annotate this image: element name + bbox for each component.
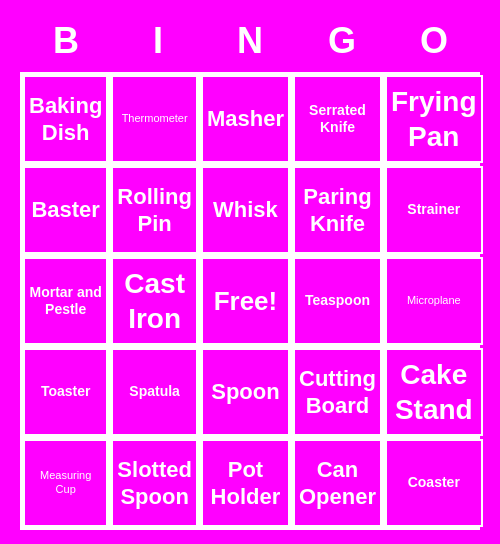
bingo-cell: Microplane [385,257,483,345]
header-letter: B [20,14,112,68]
header-letter: O [388,14,480,68]
bingo-cell: Free! [201,257,290,345]
bingo-cell: Cake Stand [385,348,483,436]
bingo-cell: Coaster [385,439,483,527]
bingo-header: BINGO [20,14,480,68]
bingo-cell: Spoon [201,348,290,436]
bingo-cell: Measuring Cup [23,439,108,527]
bingo-cell: Baking Dish [23,75,108,163]
bingo-cell: Strainer [385,166,483,254]
cell-label: Spatula [129,383,180,401]
cell-label: Cast Iron [117,266,192,336]
cell-label: Spoon [211,378,279,406]
cell-label: Measuring Cup [29,469,102,497]
header-letter: G [296,14,388,68]
cell-label: Mortar and Pestle [29,284,102,319]
cell-label: Slotted Spoon [117,456,192,511]
cell-label: Free! [214,285,278,318]
bingo-cell: Toaster [23,348,108,436]
header-letter: N [204,14,296,68]
cell-label: Microplane [407,294,461,308]
bingo-cell: Whisk [201,166,290,254]
cell-label: Cake Stand [391,357,477,427]
bingo-cell: Rolling Pin [111,166,198,254]
bingo-cell: Can Opener [293,439,382,527]
bingo-cell: Thermometer [111,75,198,163]
bingo-grid: Baking DishThermometerMasherSerrated Kni… [20,72,480,530]
bingo-cell: Slotted Spoon [111,439,198,527]
bingo-cell: Teaspoon [293,257,382,345]
cell-label: Baking Dish [29,92,102,147]
bingo-cell: Masher [201,75,290,163]
cell-label: Baster [31,196,99,224]
cell-label: Paring Knife [299,183,376,238]
cell-label: Frying Pan [391,84,477,154]
cell-label: Coaster [408,474,460,492]
cell-label: Masher [207,105,284,133]
cell-label: Can Opener [299,456,376,511]
cell-label: Teaspoon [305,292,370,310]
cell-label: Toaster [41,383,91,401]
bingo-cell: Cast Iron [111,257,198,345]
cell-label: Strainer [407,201,460,219]
cell-label: Serrated Knife [299,102,376,137]
cell-label: Cutting Board [299,365,376,420]
bingo-cell: Pot Holder [201,439,290,527]
cell-label: Pot Holder [207,456,284,511]
bingo-cell: Cutting Board [293,348,382,436]
cell-label: Whisk [213,196,278,224]
cell-label: Thermometer [122,112,188,126]
bingo-cell: Paring Knife [293,166,382,254]
bingo-cell: Frying Pan [385,75,483,163]
header-letter: I [112,14,204,68]
bingo-card: BINGO Baking DishThermometerMasherSerrat… [10,4,490,540]
bingo-cell: Serrated Knife [293,75,382,163]
bingo-cell: Mortar and Pestle [23,257,108,345]
bingo-cell: Spatula [111,348,198,436]
bingo-cell: Baster [23,166,108,254]
cell-label: Rolling Pin [117,183,192,238]
